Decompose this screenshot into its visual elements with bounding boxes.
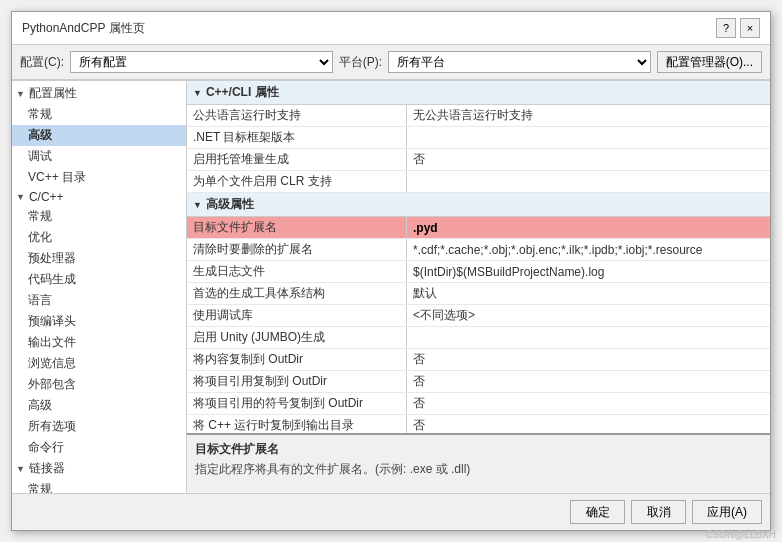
platform-select[interactable]: 所有平台 [388, 51, 651, 73]
prop-value: 无公共语言运行时支持 [407, 105, 770, 126]
prop-value: 否 [407, 349, 770, 370]
dialog: PythonAndCPP 属性页 ? × 配置(C): 所有配置 平台(P): … [11, 11, 771, 531]
tree-item-linker-general[interactable]: 常规 [12, 479, 186, 493]
prop-name: 目标文件扩展名 [187, 217, 407, 238]
prop-value: *.cdf;*.cache;*.obj;*.obj.enc;*.ilk;*.ip… [407, 239, 770, 260]
tree-item-debug[interactable]: 调试 [12, 146, 186, 167]
prop-name: 将 C++ 运行时复制到输出目录 [187, 415, 407, 433]
close-button[interactable]: × [740, 18, 760, 38]
tree-item-config-properties[interactable]: ▼ 配置属性 [12, 83, 186, 104]
tree-item-label: 配置属性 [29, 85, 77, 102]
prop-name: 清除时要删除的扩展名 [187, 239, 407, 260]
section-advanced[interactable]: ▼ 高级属性 [187, 193, 770, 217]
tree-item-preprocessor[interactable]: 预处理器 [12, 248, 186, 269]
prop-value: 否 [407, 415, 770, 433]
main-area: ▼ 配置属性 常规 高级 调试 VC++ 目录 ▼ C/C++ 常规 [12, 80, 770, 493]
tree-item-language[interactable]: 语言 [12, 290, 186, 311]
tree-item-label: C/C++ [29, 190, 64, 204]
prop-value: 否 [407, 149, 770, 170]
tree-item-cpp-advanced[interactable]: 高级 [12, 395, 186, 416]
tree-item-all-options[interactable]: 所有选项 [12, 416, 186, 437]
tree-item-label: 高级 [28, 397, 52, 414]
property-table-area: ▼ C++/CLI 属性 公共语言运行时支持 无公共语言运行时支持 .NET 目… [187, 81, 770, 433]
tree-item-linker[interactable]: ▼ 链接器 [12, 458, 186, 479]
section-arrow: ▼ [193, 88, 202, 98]
help-button[interactable]: ? [716, 18, 736, 38]
tree-item-label: 调试 [28, 148, 52, 165]
prop-row-clr: 公共语言运行时支持 无公共语言运行时支持 [187, 105, 770, 127]
tree-arrow: ▼ [16, 192, 25, 202]
tree-item-label: 常规 [28, 106, 52, 123]
description-text: 指定此程序将具有的文件扩展名。(示例: .exe 或 .dll) [195, 461, 762, 478]
tree-arrow: ▼ [16, 89, 25, 99]
prop-name: 启用 Unity (JUMBO)生成 [187, 327, 407, 348]
prop-value: .pyd [407, 217, 770, 238]
tree-item-optimize[interactable]: 优化 [12, 227, 186, 248]
prop-row-heap: 启用托管堆量生成 否 [187, 149, 770, 171]
prop-name: .NET 目标框架版本 [187, 127, 407, 148]
prop-name: 使用调试库 [187, 305, 407, 326]
config-bar: 配置(C): 所有配置 平台(P): 所有平台 配置管理器(O)... [12, 45, 770, 80]
tree-item-label: 优化 [28, 229, 52, 246]
prop-name: 启用托管堆量生成 [187, 149, 407, 170]
tree-item-label: 所有选项 [28, 418, 76, 435]
prop-row-copy-runtime: 将 C++ 运行时复制到输出目录 否 [187, 415, 770, 433]
tree-arrow: ▼ [16, 464, 25, 474]
bottom-bar: 确定 取消 应用(A) [12, 493, 770, 530]
apply-button[interactable]: 应用(A) [692, 500, 762, 524]
section-title: 高级属性 [206, 196, 254, 213]
tree-item-label: 高级 [28, 127, 52, 144]
tree-item-label: 预编译头 [28, 313, 76, 330]
prop-value: <不同选项> [407, 305, 770, 326]
prop-value: 否 [407, 393, 770, 414]
tree-item-pch[interactable]: 预编译头 [12, 311, 186, 332]
config-select[interactable]: 所有配置 [70, 51, 333, 73]
tree-item-label: 输出文件 [28, 334, 76, 351]
tree-panel: ▼ 配置属性 常规 高级 调试 VC++ 目录 ▼ C/C++ 常规 [12, 81, 187, 493]
ok-button[interactable]: 确定 [570, 500, 625, 524]
tree-item-cpp[interactable]: ▼ C/C++ [12, 188, 186, 206]
prop-row-arch: 首选的生成工具体系结构 默认 [187, 283, 770, 305]
prop-value: $(IntDir)$(MSBuildProjectName).log [407, 261, 770, 282]
title-bar-buttons: ? × [716, 18, 760, 38]
watermark: CSDN@LLBXH [706, 529, 776, 540]
tree-item-label: 命令行 [28, 439, 64, 456]
tree-item-label: 语言 [28, 292, 52, 309]
tree-item-vc-dirs[interactable]: VC++ 目录 [12, 167, 186, 188]
tree-item-cmdline[interactable]: 命令行 [12, 437, 186, 458]
prop-value [407, 127, 770, 148]
right-panel: ▼ C++/CLI 属性 公共语言运行时支持 无公共语言运行时支持 .NET 目… [187, 81, 770, 493]
tree-item-label: 代码生成 [28, 271, 76, 288]
tree-item-general[interactable]: 常规 [12, 104, 186, 125]
tree-item-codegen[interactable]: 代码生成 [12, 269, 186, 290]
prop-value [407, 327, 770, 348]
tree-item-label: VC++ 目录 [28, 169, 86, 186]
prop-name: 生成日志文件 [187, 261, 407, 282]
prop-value [407, 171, 770, 192]
description-panel: 目标文件扩展名 指定此程序将具有的文件扩展名。(示例: .exe 或 .dll) [187, 433, 770, 493]
tree-item-cpp-general[interactable]: 常规 [12, 206, 186, 227]
tree-item-advanced[interactable]: 高级 [12, 125, 186, 146]
section-title: C++/CLI 属性 [206, 84, 279, 101]
prop-row-debug-lib: 使用调试库 <不同选项> [187, 305, 770, 327]
prop-name: 将项目引用的符号复制到 OutDir [187, 393, 407, 414]
prop-row-copy-content: 将内容复制到 OutDir 否 [187, 349, 770, 371]
prop-row-log-file: 生成日志文件 $(IntDir)$(MSBuildProjectName).lo… [187, 261, 770, 283]
manager-button[interactable]: 配置管理器(O)... [657, 51, 762, 73]
prop-value: 默认 [407, 283, 770, 304]
prop-row-unity: 启用 Unity (JUMBO)生成 [187, 327, 770, 349]
section-cpp-cli[interactable]: ▼ C++/CLI 属性 [187, 81, 770, 105]
tree-item-label: 外部包含 [28, 376, 76, 393]
tree-item-output[interactable]: 输出文件 [12, 332, 186, 353]
description-title: 目标文件扩展名 [195, 441, 762, 458]
cancel-button[interactable]: 取消 [631, 500, 686, 524]
tree-item-browse[interactable]: 浏览信息 [12, 353, 186, 374]
prop-value: 否 [407, 371, 770, 392]
tree-item-label: 链接器 [29, 460, 65, 477]
tree-item-external[interactable]: 外部包含 [12, 374, 186, 395]
tree-item-label: 浏览信息 [28, 355, 76, 372]
prop-name: 公共语言运行时支持 [187, 105, 407, 126]
prop-name: 为单个文件启用 CLR 支持 [187, 171, 407, 192]
prop-row-copy-sym: 将项目引用的符号复制到 OutDir 否 [187, 393, 770, 415]
prop-row-netver: .NET 目标框架版本 [187, 127, 770, 149]
